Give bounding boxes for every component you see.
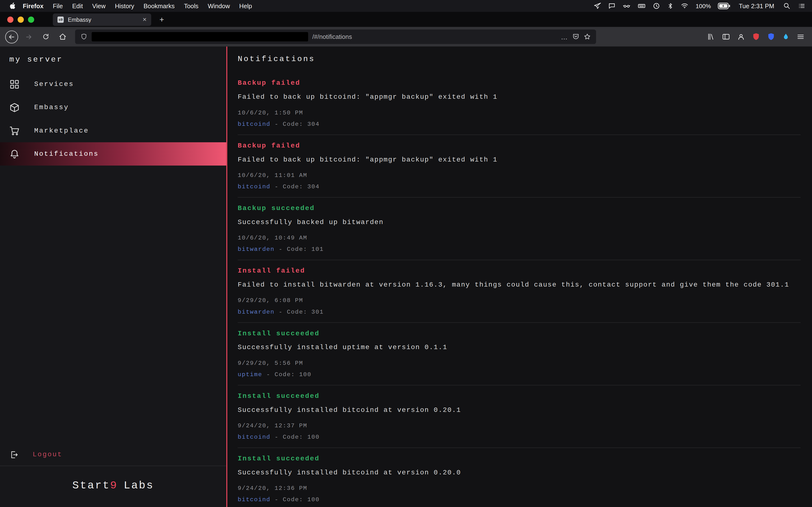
telegram-icon[interactable] — [594, 2, 601, 10]
screen: Firefox File Edit View History Bookmarks… — [0, 0, 812, 507]
glasses-icon[interactable] — [622, 2, 631, 10]
notification-message: Successfully installed uptime at version… — [238, 343, 801, 352]
sidebar-item-marketplace[interactable]: Marketplace — [0, 119, 226, 142]
notification-item: Install succeeded Successfully installed… — [238, 448, 801, 507]
spotlight-search-icon[interactable] — [783, 2, 791, 10]
minimize-window-button[interactable] — [18, 16, 24, 23]
apple-icon[interactable] — [9, 2, 16, 10]
sidebar-item-label: Marketplace — [34, 127, 89, 134]
extension-red-shield-icon[interactable] — [752, 33, 760, 41]
browser-toolbar: /#/notifications … — [0, 27, 812, 46]
battery-icon[interactable] — [717, 3, 730, 9]
tab-bar: s9 Embassy × + — [0, 12, 812, 27]
library-icon[interactable] — [707, 33, 715, 41]
notification-timestamp: 9/29/20, 5:56 PM — [238, 359, 801, 367]
pocket-icon[interactable] — [572, 33, 579, 40]
menu-item-tools[interactable]: Tools — [179, 2, 203, 10]
notification-title: Install failed — [238, 266, 801, 276]
menu-item-file[interactable]: File — [48, 2, 67, 10]
time-machine-icon[interactable] — [653, 2, 660, 10]
notification-code: - Code: 304 — [274, 183, 319, 190]
menu-item-firefox[interactable]: Firefox — [18, 2, 48, 10]
sidebar-toggle-icon[interactable] — [722, 33, 730, 41]
notification-timestamp: 9/24/20, 12:37 PM — [238, 421, 801, 429]
notification-title: Install succeeded — [238, 454, 801, 463]
cart-icon — [9, 125, 20, 136]
zoom-window-button[interactable] — [28, 16, 34, 23]
brand-start: Start — [72, 480, 110, 491]
sidebar-item-services[interactable]: Services — [0, 72, 226, 96]
notification-center-icon[interactable] — [798, 2, 806, 10]
menu-item-help[interactable]: Help — [235, 2, 257, 10]
sidebar-item-notifications[interactable]: Notifications — [0, 142, 226, 165]
notification-item: Install failed Failed to install bitward… — [238, 260, 801, 323]
notification-meta: bitcoind- Code: 304 — [238, 120, 801, 127]
sidebar-item-label: Services — [34, 80, 74, 88]
chat-icon[interactable] — [608, 2, 616, 10]
page-title: Notifications — [227, 47, 812, 72]
extension-blue-shield-icon[interactable] — [767, 33, 775, 41]
notifications-page: Notifications Backup failed Failed to ba… — [227, 47, 812, 507]
menu-item-edit[interactable]: Edit — [67, 2, 88, 10]
browser-tab-embassy[interactable]: s9 Embassy × — [53, 13, 151, 25]
service-link[interactable]: bitcoind — [238, 496, 270, 503]
bookmark-star-icon[interactable] — [583, 33, 591, 40]
home-button[interactable] — [56, 30, 69, 44]
notification-timestamp: 10/6/20, 10:49 AM — [238, 234, 801, 241]
menu-bar-clock[interactable]: Tue 2:31 PM — [737, 2, 776, 10]
reload-button[interactable] — [39, 30, 52, 44]
address-bar[interactable]: /#/notifications … — [75, 30, 596, 44]
notification-title: Install succeeded — [238, 329, 801, 338]
notification-meta: bitwarden- Code: 301 — [238, 307, 801, 315]
hamburger-menu-icon[interactable] — [797, 33, 805, 41]
tab-title: Embassy — [68, 16, 139, 23]
tracking-protection-shield-icon[interactable] — [80, 33, 88, 40]
macos-menu-bar: Firefox File Edit View History Bookmarks… — [0, 0, 812, 12]
notification-meta: bitcoind- Code: 304 — [238, 182, 801, 190]
wifi-icon[interactable] — [680, 2, 689, 10]
app-content: my server Services Embassy Marketplace — [0, 47, 812, 507]
battery-percentage: 100% — [696, 3, 711, 9]
notification-message: Failed to install bitwarden at version 1… — [238, 280, 801, 290]
menu-bar-status-area: 100% Tue 2:31 PM — [594, 2, 806, 10]
sidebar: my server Services Embassy Marketplace — [0, 47, 226, 507]
forward-button[interactable] — [22, 30, 35, 44]
logout-icon — [9, 450, 19, 459]
service-link[interactable]: bitcoind — [238, 183, 270, 190]
server-title: my server — [0, 47, 226, 72]
notification-timestamp: 9/29/20, 6:08 PM — [238, 296, 801, 304]
bluetooth-icon[interactable] — [667, 2, 674, 10]
menu-item-view[interactable]: View — [88, 2, 110, 10]
service-link[interactable]: bitwarden — [238, 308, 274, 315]
account-icon[interactable] — [737, 33, 745, 41]
notification-code: - Code: 100 — [274, 433, 319, 440]
brand-nine: 9 — [110, 480, 118, 491]
close-window-button[interactable] — [7, 16, 13, 23]
window-controls — [7, 16, 34, 23]
cube-icon — [9, 102, 20, 113]
tab-favicon: s9 — [57, 16, 64, 23]
menu-item-window[interactable]: Window — [203, 2, 235, 10]
service-link[interactable]: bitwarden — [238, 245, 274, 252]
notification-code: - Code: 301 — [278, 308, 323, 315]
page-actions-icon[interactable]: … — [561, 33, 568, 41]
service-link[interactable]: uptime — [238, 371, 262, 378]
back-button[interactable] — [5, 30, 18, 43]
sidebar-item-embassy[interactable]: Embassy — [0, 96, 226, 119]
notification-item: Install succeeded Successfully installed… — [238, 385, 801, 448]
notification-item: Backup failed Failed to back up bitcoind… — [238, 72, 801, 135]
extension-drop-icon[interactable] — [782, 33, 790, 41]
notification-title: Backup failed — [238, 141, 801, 151]
notification-item: Install succeeded Successfully installed… — [238, 323, 801, 385]
notification-code: - Code: 100 — [266, 371, 311, 378]
notification-code: - Code: 100 — [274, 496, 319, 503]
service-link[interactable]: bitcoind — [238, 433, 270, 440]
new-tab-button[interactable]: + — [159, 15, 164, 23]
keyboard-icon[interactable] — [638, 2, 646, 10]
notifications-list: Backup failed Failed to back up bitcoind… — [227, 72, 812, 507]
menu-item-bookmarks[interactable]: Bookmarks — [139, 2, 179, 10]
service-link[interactable]: bitcoind — [238, 120, 270, 127]
logout-button[interactable]: Logout — [0, 443, 226, 466]
menu-item-history[interactable]: History — [110, 2, 139, 10]
close-tab-icon[interactable]: × — [143, 16, 146, 23]
